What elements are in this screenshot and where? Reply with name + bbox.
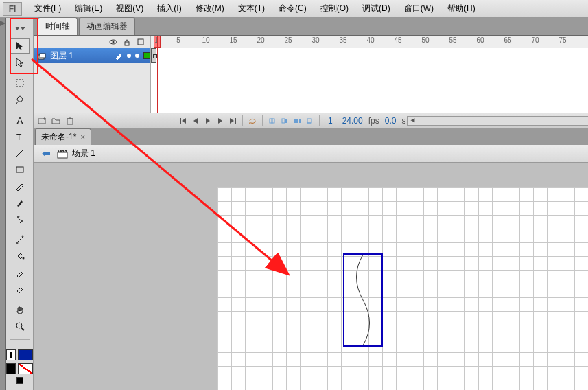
step-back-button[interactable] — [190, 116, 201, 126]
goto-last-button[interactable] — [227, 116, 238, 126]
app-logo: Fl — [3, 2, 22, 16]
stage-background[interactable] — [34, 163, 588, 390]
svg-rect-35 — [296, 119, 298, 123]
goto-first-button[interactable] — [178, 116, 189, 126]
free-transform-tool[interactable] — [10, 76, 30, 91]
outline-icon[interactable] — [137, 38, 145, 46]
document-tabs: 未命名-1* × — [34, 128, 588, 145]
selection-tool[interactable] — [10, 38, 30, 54]
tool-palette: T — [6, 18, 34, 390]
layer-icon — [38, 51, 46, 60]
svg-line-13 — [21, 328, 24, 330]
eyedropper-tool[interactable] — [10, 265, 30, 280]
fill-color-swatch[interactable] — [18, 349, 33, 360]
layer-row[interactable]: 图层 1 — [34, 48, 588, 63]
fps-value: 24.00 — [338, 116, 367, 126]
svg-rect-22 — [180, 118, 181, 124]
timeline-scrollbar[interactable] — [407, 116, 588, 126]
zoom-tool[interactable] — [10, 319, 30, 334]
default-colors-icon[interactable] — [6, 363, 16, 374]
menu-file[interactable]: 文件(F) — [27, 0, 68, 17]
lock-dot[interactable] — [135, 54, 139, 58]
expand-icon[interactable] — [10, 22, 30, 37]
line-tool[interactable] — [10, 146, 30, 161]
lasso-tool[interactable] — [10, 92, 30, 107]
paint-bucket-tool[interactable] — [10, 249, 30, 264]
menu-modify[interactable]: 修改(M) — [189, 0, 231, 17]
svg-marker-4 — [16, 58, 23, 67]
visibility-icon[interactable] — [109, 38, 117, 46]
menu-help[interactable]: 帮助(H) — [440, 0, 482, 17]
document-title: 未命名-1* — [41, 131, 76, 143]
no-color-icon[interactable] — [18, 363, 33, 374]
new-layer-button[interactable] — [36, 115, 49, 126]
menu-debug[interactable]: 调试(D) — [355, 0, 397, 17]
collapse-icon[interactable] — [0, 21, 5, 26]
deco-tool[interactable] — [10, 211, 30, 227]
svg-rect-36 — [299, 119, 301, 123]
menu-control[interactable]: 控制(O) — [314, 0, 355, 17]
pen-tool[interactable] — [10, 113, 30, 128]
timeline-ruler[interactable]: 1 5 10 15 20 25 30 35 40 45 50 55 60 65 … — [150, 36, 588, 48]
pencil-tool[interactable] — [10, 179, 30, 194]
svg-line-7 — [16, 150, 23, 157]
timeline-panel: 1 5 10 15 20 25 30 35 40 45 50 55 60 65 … — [34, 36, 588, 128]
playhead-line — [157, 36, 158, 113]
ruler-tick: 75 — [558, 36, 566, 44]
svg-marker-29 — [249, 122, 251, 124]
tab-motion-editor[interactable]: 动画编辑器 — [79, 17, 135, 35]
svg-rect-17 — [138, 39, 143, 45]
edit-multiple-frames-button[interactable] — [292, 116, 303, 126]
svg-rect-28 — [235, 118, 236, 124]
eraser-tool[interactable] — [10, 282, 30, 297]
brush-tool[interactable] — [10, 195, 30, 210]
onion-markers-button[interactable] — [304, 116, 315, 126]
text-tool[interactable]: T — [10, 129, 30, 144]
menu-commands[interactable]: 命令(C) — [272, 0, 314, 17]
svg-rect-34 — [294, 119, 296, 123]
new-folder-button[interactable] — [50, 115, 62, 126]
close-icon[interactable]: × — [80, 133, 85, 142]
tab-timeline[interactable]: 时间轴 — [38, 17, 78, 35]
step-forward-button[interactable] — [215, 116, 226, 126]
ruler-tick: 15 — [229, 36, 237, 44]
play-button[interactable] — [202, 116, 213, 126]
svg-text:T: T — [16, 133, 22, 141]
lock-icon[interactable] — [123, 38, 131, 46]
panel-tabs: 时间轴 动画编辑器 — [34, 18, 588, 36]
visibility-dot[interactable] — [127, 54, 131, 58]
keyframe-1[interactable] — [151, 48, 156, 63]
back-arrow-icon[interactable] — [39, 148, 53, 160]
svg-marker-1 — [15, 27, 20, 30]
menu-text[interactable]: 文本(T) — [231, 0, 272, 17]
svg-point-12 — [16, 323, 22, 328]
svg-marker-27 — [230, 118, 234, 124]
swap-colors-icon[interactable] — [16, 377, 23, 384]
pencil-icon — [115, 51, 123, 60]
menu-window[interactable]: 窗口(W) — [397, 0, 440, 17]
stroke-color-swatch[interactable] — [6, 349, 16, 360]
ruler-tick: 60 — [476, 36, 484, 44]
onion-skin-button[interactable] — [267, 116, 278, 126]
current-frame-value: 1 — [324, 116, 337, 126]
selected-rectangle[interactable] — [343, 253, 383, 347]
stage[interactable] — [217, 187, 588, 390]
onion-skin-outline-button[interactable] — [279, 116, 290, 126]
svg-rect-5 — [16, 80, 23, 87]
document-tab[interactable]: 未命名-1* × — [35, 128, 91, 145]
loop-button[interactable] — [247, 116, 258, 126]
frames-track[interactable] — [150, 48, 588, 63]
scene-icon — [57, 149, 68, 159]
outline-color-box[interactable] — [143, 52, 150, 59]
bone-tool[interactable] — [10, 232, 30, 247]
hand-tool[interactable] — [10, 302, 30, 317]
subselection-tool[interactable] — [10, 55, 30, 70]
menu-view[interactable]: 视图(V) — [109, 0, 150, 17]
rectangle-tool[interactable] — [10, 162, 30, 177]
ruler-tick: 45 — [394, 36, 401, 44]
delete-layer-button[interactable] — [64, 115, 76, 126]
menu-insert[interactable]: 插入(I) — [150, 0, 188, 17]
svg-rect-41 — [58, 152, 67, 158]
svg-marker-3 — [16, 42, 23, 50]
menu-edit[interactable]: 编辑(E) — [68, 0, 109, 17]
